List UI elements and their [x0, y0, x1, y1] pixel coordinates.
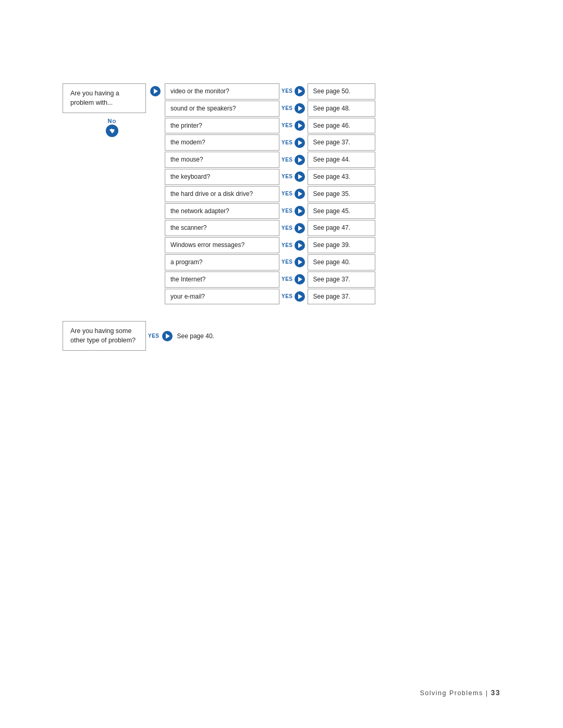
item-question-box: the mouse?: [165, 152, 279, 168]
yes-label: YES: [282, 174, 293, 179]
item-question-box: sound or the speakers?: [165, 101, 279, 117]
item-question-box: video or the monitor?: [165, 83, 279, 100]
item-question-text: the hard drive or a disk drive?: [170, 190, 253, 198]
item-row: the scanner? YES See page 47.: [165, 220, 375, 236]
result-text: See page 48.: [313, 105, 350, 112]
no-arrow-icon: [105, 124, 119, 138]
yes-arrow-icon: [294, 256, 305, 268]
item-row: the keyboard? YES See page 43.: [165, 169, 375, 185]
yes-arrow-icon: [294, 85, 305, 97]
yes-arrow: YES: [282, 223, 305, 234]
yes-arrow: YES: [282, 188, 305, 200]
item-question-text: the network adapter?: [170, 207, 229, 215]
yes-arrow: YES: [282, 291, 305, 302]
item-question-text: the scanner?: [170, 224, 206, 231]
yes-arrow-icon: [294, 103, 305, 114]
item-question-text: the printer?: [170, 122, 202, 129]
item-row: video or the monitor? YES See page 50.: [165, 83, 375, 100]
result-box: See page 45.: [308, 203, 375, 219]
yes-arrow-icon: [294, 274, 305, 285]
bottom-yes-label: YES: [148, 334, 160, 339]
page-content: Are you having a problem with... NO: [0, 0, 563, 392]
yes-arrow: YES: [282, 103, 305, 114]
yes-label: YES: [282, 123, 293, 128]
yes-label: YES: [282, 277, 293, 282]
bottom-result-text: See page 40.: [177, 332, 214, 340]
result-text: See page 35.: [313, 190, 350, 198]
item-row: sound or the speakers? YES See page 48.: [165, 101, 375, 117]
yes-arrow: YES: [282, 240, 305, 251]
yes-label: YES: [282, 260, 293, 265]
yes-arrow-icon: [294, 171, 305, 182]
yes-label: YES: [282, 106, 293, 111]
yes-arrow-icon: [294, 291, 305, 302]
item-question-box: the hard drive or a disk drive?: [165, 186, 279, 202]
item-question-box: the printer?: [165, 118, 279, 134]
yes-arrow-icon: [294, 240, 305, 251]
main-question-box: Are you having a problem with... NO: [63, 83, 146, 138]
yes-arrow-icon: [294, 223, 305, 234]
item-question-box: your e-mail?: [165, 289, 279, 305]
item-row: the Internet? YES See page 37.: [165, 272, 375, 288]
result-text: See page 50.: [313, 88, 350, 95]
bottom-question-text: Are you having some other type of proble…: [70, 327, 136, 344]
main-flow: Are you having a problem with... NO: [63, 83, 500, 305]
main-right-arrow: [146, 83, 165, 97]
yes-label: YES: [282, 243, 293, 248]
page-number: 33: [491, 688, 500, 697]
yes-arrow-icon: [294, 205, 305, 217]
page-footer: Solving Problems | 33: [420, 688, 500, 697]
item-row: the modem? YES See page 37.: [165, 134, 375, 151]
result-box: See page 37.: [308, 134, 375, 151]
items-column: video or the monitor? YES See page 50. s…: [165, 83, 375, 305]
result-box: See page 50.: [308, 83, 375, 100]
no-section: NO: [78, 118, 146, 138]
item-question-text: the keyboard?: [170, 173, 210, 180]
item-question-box: the Internet?: [165, 272, 279, 288]
result-box: See page 39.: [308, 237, 375, 253]
main-question-text: Are you having a problem with...: [70, 90, 119, 106]
result-box: See page 40.: [308, 254, 375, 270]
result-text: See page 43.: [313, 173, 350, 180]
result-text: See page 47.: [313, 224, 350, 231]
yes-arrow: YES: [282, 154, 305, 166]
yes-label: YES: [282, 226, 293, 231]
yes-arrow: YES: [282, 171, 305, 182]
result-text: See page 46.: [313, 122, 350, 129]
result-text: See page 39.: [313, 241, 350, 249]
item-question-text: sound or the speakers?: [170, 105, 236, 112]
item-row: Windows error messages? YES See page 39.: [165, 237, 375, 253]
result-text: See page 37.: [313, 139, 350, 146]
result-box: See page 35.: [308, 186, 375, 202]
item-question-text: your e-mail?: [170, 293, 205, 300]
yes-label: YES: [282, 157, 293, 163]
yes-arrow: YES: [282, 120, 305, 131]
item-question-box: the scanner?: [165, 220, 279, 236]
result-text: See page 45.: [313, 207, 350, 215]
yes-arrow: YES: [282, 85, 305, 97]
yes-arrow-icon: [294, 120, 305, 131]
yes-label: YES: [282, 140, 293, 145]
bottom-question-box: Are you having some other type of proble…: [63, 321, 146, 351]
item-question-box: a program?: [165, 254, 279, 270]
result-box: See page 37.: [308, 289, 375, 305]
yes-arrow-icon: [294, 154, 305, 166]
yes-arrow: YES: [282, 274, 305, 285]
yes-arrow: YES: [282, 205, 305, 217]
result-text: See page 40.: [313, 258, 350, 266]
result-box: See page 44.: [308, 152, 375, 168]
result-box: See page 46.: [308, 118, 375, 134]
result-box: See page 47.: [308, 220, 375, 236]
footer-text: Solving Problems: [420, 689, 483, 697]
bottom-section: Are you having some other type of proble…: [63, 321, 500, 351]
bottom-yes-arrow: YES: [148, 330, 173, 342]
result-box: See page 48.: [308, 101, 375, 117]
item-question-text: Windows error messages?: [170, 241, 244, 249]
yes-arrow-icon: [294, 188, 305, 200]
item-question-text: video or the monitor?: [170, 88, 229, 95]
no-label: NO: [108, 118, 117, 124]
item-question-box: the network adapter?: [165, 203, 279, 219]
item-row: the mouse? YES See page 44.: [165, 152, 375, 168]
result-box: See page 43.: [308, 169, 375, 185]
yes-label: YES: [282, 89, 293, 94]
